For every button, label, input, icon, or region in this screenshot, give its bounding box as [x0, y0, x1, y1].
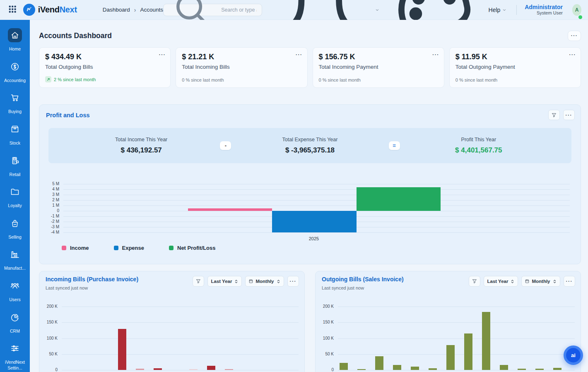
help-menu[interactable]: Help — [489, 7, 507, 13]
y-axis-tick: 5 M — [43, 181, 59, 186]
legend-label: Income — [70, 245, 89, 251]
y-axis-tick: 200 K — [317, 304, 334, 309]
legend-swatch — [114, 246, 118, 250]
avatar-initial: A — [575, 7, 579, 13]
kpi-trend: 0 % since last month — [455, 77, 575, 82]
sidebar-item-buying[interactable]: Buying — [0, 91, 30, 115]
y-axis-tick: -3 M — [43, 225, 59, 229]
topbar-divider — [516, 5, 517, 15]
kpi-label: Total Incoming Payment — [319, 64, 438, 70]
kpi-card-total-outgoing-bills[interactable]: $ 434.49 KTotal Outgoing Bills2 % since … — [39, 47, 171, 88]
kpi-more-button[interactable]: ··· — [432, 51, 439, 58]
app-launcher-icon[interactable] — [7, 4, 17, 16]
kpi-trend-text: 0 % since last month — [455, 77, 498, 82]
sidebar-item-label: Stock — [10, 140, 20, 146]
sidebar-item-manufact[interactable]: Manufact... — [0, 247, 30, 271]
help-label: Help — [489, 7, 501, 13]
gridline — [63, 184, 570, 184]
sidebar-item-accounting[interactable]: Accounting — [0, 60, 30, 84]
ai-assistant-button[interactable]: ai — [564, 345, 583, 365]
search-input[interactable] — [220, 7, 258, 13]
y-axis-tick: -1 M — [43, 214, 59, 219]
bar-month-6 — [429, 368, 437, 370]
kpi-card-total-incoming-bills[interactable]: $ 21.21 KTotal Incoming Bills0 % since l… — [176, 47, 307, 88]
app-root: iVendNext Dashboard › Accounts Help — [0, 0, 588, 372]
legend-item-income: Income — [62, 245, 89, 251]
avatar[interactable]: A — [572, 4, 581, 16]
sidebar-item-users[interactable]: Users — [0, 279, 30, 303]
user-role: System User — [525, 10, 563, 16]
sidebar-item-home[interactable]: Home — [0, 28, 30, 52]
kpi-more-button[interactable]: ··· — [296, 51, 303, 58]
gridline — [63, 216, 570, 217]
incoming-bills-chart: 200 K150 K100 K50 K0 — [39, 271, 304, 372]
gridline — [63, 205, 570, 206]
chevron-down-icon — [502, 7, 507, 12]
equals-operator: = — [389, 141, 400, 150]
pos-icon — [8, 154, 22, 168]
sidebar-item-label: Users — [9, 297, 20, 303]
y-axis-tick: 100 K — [41, 336, 58, 341]
gridline — [63, 189, 570, 190]
breadcrumb-separator: › — [134, 7, 136, 13]
kpi-card-total-incoming-payment[interactable]: $ 156.75 KTotal Incoming Payment0 % sinc… — [313, 47, 444, 88]
box-icon — [8, 122, 22, 136]
factory-icon — [8, 247, 22, 261]
cart-icon — [8, 91, 22, 105]
online-status-dot — [578, 15, 582, 19]
bar-month-7 — [446, 345, 455, 370]
y-axis-tick: 50 K — [41, 352, 58, 357]
bar-month-1 — [340, 363, 348, 370]
kpi-more-button[interactable]: ··· — [569, 51, 576, 58]
outgoing-bills-card: Outgoing Bills (Sales Invoice) Last sync… — [315, 271, 581, 372]
more-button[interactable]: ··· — [563, 110, 575, 120]
app-logo[interactable]: iVendNext — [23, 4, 77, 16]
x-axis-label: 2025 — [301, 236, 326, 241]
legend-swatch — [62, 246, 66, 250]
kpi-value: $ 21.21 K — [182, 53, 301, 61]
gridline — [62, 370, 299, 370]
sidebar-item-crm[interactable]: CRM — [0, 310, 30, 334]
sidebar-item-retail[interactable]: Retail — [0, 154, 30, 178]
gridline — [338, 307, 575, 307]
folder-icon — [8, 185, 22, 199]
y-axis-tick: 150 K — [41, 320, 58, 325]
profit-stat: Profit This Year $ 4,401,567.75 — [400, 137, 557, 155]
breadcrumb: Dashboard › Accounts — [103, 7, 163, 13]
bar-month-6 — [154, 368, 162, 370]
global-search[interactable] — [163, 4, 262, 16]
page-more-button[interactable]: ··· — [568, 31, 581, 41]
breadcrumb-accounts[interactable]: Accounts — [140, 7, 164, 13]
y-axis-tick: 4 M — [43, 187, 59, 192]
sidebar-item-ivendnext-settin[interactable]: iVendNext Settin... — [0, 341, 30, 371]
bag-icon — [8, 216, 22, 230]
bar-month-5 — [136, 369, 144, 370]
legend-item-net-profit-loss: Net Profit/Loss — [169, 245, 215, 251]
kpi-trend-text: 2 % since last month — [54, 77, 96, 82]
legend-label: Expense — [122, 245, 144, 251]
chevron-down-icon — [375, 7, 380, 12]
sidebar-item-label: iVendNext Settin... — [1, 360, 29, 371]
sidebar-item-label: Manufact... — [4, 266, 26, 271]
sidebar-item-selling[interactable]: Selling — [0, 216, 30, 240]
legend-swatch — [169, 246, 174, 250]
breadcrumb-dashboard[interactable]: Dashboard — [103, 7, 130, 13]
kpi-trend: 0 % since last month — [182, 77, 301, 82]
kpi-value: $ 156.75 K — [319, 53, 438, 61]
y-axis-tick: 50 K — [317, 352, 334, 357]
sidebar-item-stock[interactable]: Stock — [0, 122, 30, 146]
bar-month-4 — [393, 365, 401, 370]
sliders-icon — [8, 341, 22, 355]
kpi-card-total-outgoing-payment[interactable]: $ 11.95 KTotal Outgoing Payment0 % since… — [449, 47, 581, 88]
sidebar-item-loyalty[interactable]: Loyalty — [0, 185, 30, 209]
total-expense-stat: Total Expense This Year $ -3,965,375.18 — [231, 137, 388, 155]
y-axis-tick: 0 — [41, 367, 58, 372]
filter-button[interactable] — [548, 110, 560, 120]
incoming-bills-card: Incoming Bills (Purchase Invoice) Last s… — [39, 271, 305, 372]
notifications-chevron[interactable] — [375, 7, 380, 12]
gridline — [62, 354, 299, 355]
kpi-more-button[interactable]: ··· — [159, 51, 166, 58]
user-menu[interactable]: Administrator System User — [525, 4, 563, 16]
bar-month-5 — [411, 367, 419, 370]
profit-loss-summary: Total Income This Year $ 436,192.57 - To… — [48, 128, 571, 163]
